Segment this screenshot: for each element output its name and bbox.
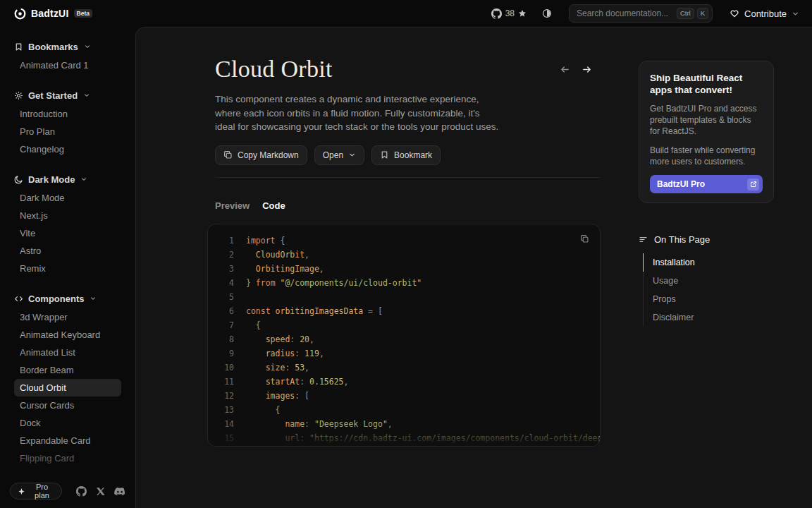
sidebar-section-bookmarks: BookmarksAnimated Card 1 — [14, 37, 121, 74]
code-token: { — [246, 320, 261, 330]
sidebar-item-next-js[interactable]: Next.js — [14, 207, 121, 224]
beta-badge: Beta — [74, 9, 92, 18]
toc-list-icon — [639, 235, 648, 244]
copy-icon — [580, 234, 589, 243]
line-number: 10 — [208, 361, 234, 375]
toc-list: InstallationUsagePropsDisclaimer — [643, 253, 774, 327]
code-token: speed — [246, 334, 290, 344]
code-token: = [ — [363, 306, 383, 316]
sidebar-item-remix[interactable]: Remix — [14, 260, 121, 277]
sidebar-section-header-dark-mode[interactable]: Dark Mode — [14, 169, 121, 189]
line-number: 13 — [208, 403, 234, 417]
sidebar-item-introduction[interactable]: Introduction — [14, 105, 121, 123]
code-token: images — [246, 391, 295, 401]
discord-link[interactable] — [114, 487, 125, 496]
code-token: "@/components/ui/cloud-orbit" — [276, 278, 422, 288]
sidebar-item-astro[interactable]: Astro — [14, 242, 121, 260]
toc: On This Page InstallationUsagePropsDiscl… — [639, 234, 774, 327]
contrast-icon — [542, 8, 552, 18]
code-line: 14 name: "Deepseek Logo", — [208, 417, 600, 431]
sidebar-footer: Pro plan — [0, 478, 135, 508]
line-number: 5 — [208, 290, 234, 304]
header-actions: 38 Search documentation... Ctrl K Contri… — [491, 4, 799, 23]
article: Cloud Orbit This component creates a dyn… — [136, 28, 601, 508]
code-line: 4} from "@/components/ui/cloud-orbit" — [208, 276, 600, 290]
code-token: size — [246, 363, 285, 373]
sidebar-section-label: Bookmarks — [28, 42, 78, 52]
open-button[interactable]: Open — [314, 145, 364, 165]
github-link[interactable] — [76, 486, 87, 497]
sidebar-section-header-components[interactable]: Components — [14, 289, 121, 308]
sidebar-item-cloud-orbit[interactable]: Cloud Orbit — [14, 379, 121, 397]
kbd-k: K — [697, 8, 708, 19]
line-number: 2 — [208, 248, 234, 262]
code-line: 5 — [208, 290, 600, 304]
github-stars-link[interactable]: 38 — [491, 8, 527, 19]
pro-plan-button[interactable]: Pro plan — [10, 483, 62, 500]
sidebar-item-dock[interactable]: Dock — [14, 414, 121, 432]
toc-item-installation[interactable]: Installation — [643, 253, 774, 272]
gear-icon — [14, 91, 23, 100]
code-token: : — [285, 363, 295, 373]
logo-icon — [14, 8, 26, 20]
open-label: Open — [323, 150, 343, 160]
badtzui-pro-button[interactable]: BadtzUI Pro — [650, 175, 763, 193]
sidebar-item-flipping-card[interactable]: Flipping Card — [14, 449, 121, 467]
social-links — [76, 486, 125, 497]
tabs: Preview Code — [215, 200, 601, 211]
tab-preview[interactable]: Preview — [215, 200, 250, 211]
bookmark-button[interactable]: Bookmark — [371, 145, 441, 165]
bookmark-icon — [380, 150, 389, 159]
github-star-count: 38 — [505, 8, 515, 18]
promo-paragraph-1: Get BadtzUI Pro and access prebuilt temp… — [650, 103, 763, 137]
copy-markdown-button[interactable]: Copy Markdown — [215, 145, 307, 165]
x-link[interactable] — [96, 487, 105, 496]
code-token: 119 — [304, 349, 319, 358]
sidebar-item-changelog[interactable]: Changelog — [14, 140, 121, 158]
sidebar-item-animated-list[interactable]: Animated List — [14, 344, 121, 361]
line-number: 14 — [208, 417, 234, 431]
heart-hand-icon — [730, 8, 739, 18]
sidebar-item-pro-plan[interactable]: Pro Plan — [14, 123, 121, 140]
actions-row: Copy Markdown Open Bookmark — [215, 145, 601, 165]
copy-markdown-label: Copy Markdown — [238, 150, 299, 160]
bookmark-label: Bookmark — [394, 150, 432, 160]
sparkle-icon — [18, 488, 25, 495]
contribute-button[interactable]: Contribute — [730, 8, 799, 19]
sidebar-item-vite[interactable]: Vite — [14, 224, 121, 242]
sidebar-nav: BookmarksAnimated Card 1Get StartedIntro… — [0, 27, 135, 478]
moon-icon — [14, 175, 23, 184]
code-token: orbitingImagesData — [271, 306, 364, 316]
code-token: radius — [246, 349, 295, 358]
sidebar-item-expandable-card[interactable]: Expandable Card — [14, 432, 121, 449]
toc-item-props[interactable]: Props — [643, 290, 774, 308]
sidebar-item-3d-wrapper[interactable]: 3d Wrapper — [14, 308, 121, 326]
toc-item-usage[interactable]: Usage — [643, 272, 774, 290]
code-token: { — [276, 236, 285, 246]
sidebar-item-cursor-cards[interactable]: Cursor Cards — [14, 397, 121, 414]
theme-toggle-button[interactable] — [542, 8, 552, 18]
search-input[interactable]: Search documentation... Ctrl K — [569, 4, 713, 23]
code-token: : — [290, 334, 300, 344]
toc-title: On This Page — [654, 234, 710, 245]
external-link-icon — [747, 179, 759, 190]
code-token: } — [246, 278, 256, 288]
sidebar-item-border-beam[interactable]: Border Beam — [14, 361, 121, 379]
toc-item-disclaimer[interactable]: Disclaimer — [643, 308, 774, 327]
line-number: 9 — [208, 346, 234, 361]
code-line: 15 url: "https://cdn.badtz-ui.com/images… — [208, 431, 600, 445]
code-token: , — [304, 363, 309, 373]
tab-code[interactable]: Code — [262, 200, 285, 211]
sidebar-item-animated-card-1[interactable]: Animated Card 1 — [14, 56, 121, 74]
sidebar-section-header-get-started[interactable]: Get Started — [14, 85, 121, 105]
copy-code-button[interactable] — [577, 231, 592, 247]
logo[interactable]: BadtzUI Beta — [14, 8, 92, 20]
code-token: startAt — [246, 377, 300, 387]
code-line: 7 { — [208, 318, 600, 332]
sidebar-item-animated-keyboard[interactable]: Animated Keyboard — [14, 326, 121, 344]
prev-page-button[interactable] — [560, 64, 570, 75]
sidebar-section-header-bookmarks[interactable]: Bookmarks — [14, 37, 121, 56]
next-page-button[interactable] — [582, 64, 592, 75]
sidebar-item-dark-mode[interactable]: Dark Mode — [14, 189, 121, 207]
kbd-ctrl: Ctrl — [677, 8, 694, 19]
